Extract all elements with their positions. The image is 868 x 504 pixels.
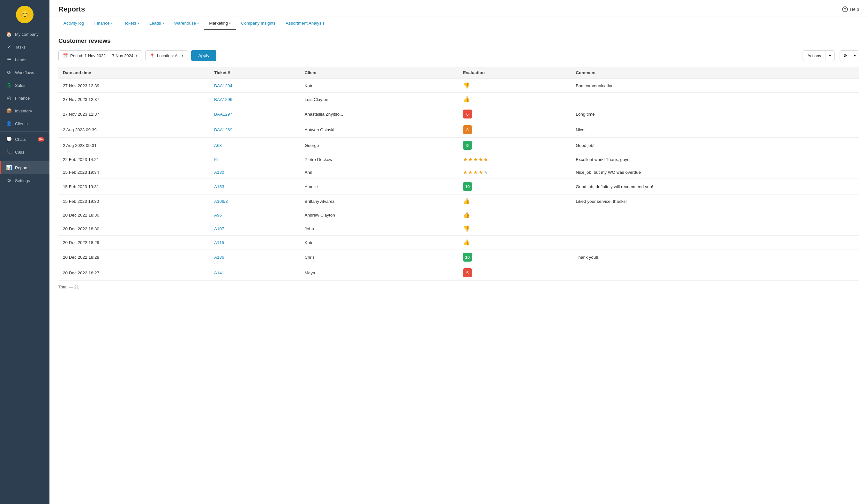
sidebar-item-settings[interactable]: ⚙ Settings	[0, 174, 50, 187]
cell-ticket[interactable]: BAA1269	[210, 122, 300, 138]
tab-warehouse[interactable]: Warehouse ▾	[169, 17, 204, 30]
sidebar-item-my-company[interactable]: 🏠 My company	[0, 28, 50, 41]
chevron-down-icon: ▾	[163, 21, 164, 25]
chevron-down-icon: ▾	[182, 54, 184, 58]
ticket-link[interactable]: BAA1294	[214, 83, 232, 88]
thumbs-up-icon: 👍	[463, 212, 470, 218]
star-rating: ★★★★★	[463, 157, 567, 163]
table-row: 15 Feb 2023 19:31A153Amelie10Good job, d…	[59, 179, 859, 194]
cell-ticket[interactable]: A153	[210, 179, 300, 194]
sidebar-nav: 🏠 My company ✔ Tasks ☰ Leads ⟳ Workflows…	[0, 28, 50, 504]
ticket-link[interactable]: I6	[214, 157, 218, 162]
col-datetime: Date and time	[59, 67, 210, 79]
tab-label: Activity log	[63, 21, 84, 26]
cell-ticket[interactable]: A141	[210, 265, 300, 281]
table-row: 20 Dec 2022 18:28A136Chris10Thank you!!!	[59, 250, 859, 265]
ticket-link[interactable]: BAA1296	[214, 97, 232, 102]
table-row: 2 Aug 2023 09:39BAA1269Antwan Osinski8Ni…	[59, 122, 859, 138]
cell-evaluation: ★★★★★	[458, 153, 571, 166]
tab-activity-log[interactable]: Activity log	[59, 17, 89, 30]
cell-comment	[571, 222, 859, 236]
cell-datetime: 2 Aug 2023 09:39	[59, 122, 210, 138]
cell-comment: Bad communication	[571, 79, 859, 93]
cell-ticket[interactable]: A96	[210, 208, 300, 222]
tab-label: Finance	[94, 21, 110, 26]
ticket-link[interactable]: A153	[214, 184, 224, 189]
sidebar-item-finance[interactable]: ◎ Finance	[0, 92, 50, 104]
ticket-link[interactable]: A96	[214, 213, 222, 218]
gear-icon[interactable]: ⚙	[840, 51, 851, 61]
actions-label[interactable]: Actions	[803, 51, 826, 61]
eval-score: 5	[463, 268, 472, 277]
cell-evaluation: 8	[458, 122, 571, 138]
sidebar-item-inventory[interactable]: 📦 Inventory	[0, 104, 50, 117]
tasks-icon: ✔	[6, 44, 12, 50]
apply-button[interactable]: Apply	[191, 50, 216, 61]
tab-label: Warehouse	[174, 21, 196, 26]
sidebar-item-workflows[interactable]: ⟳ Workflows	[0, 66, 50, 79]
ticket-link[interactable]: A106/3	[214, 199, 228, 204]
ticket-link[interactable]: A141	[214, 271, 224, 275]
ticket-link[interactable]: A136	[214, 255, 224, 260]
location-icon: 📍	[150, 53, 155, 58]
cell-datetime: 27 Nov 2023 12:37	[59, 107, 210, 122]
sidebar-item-sales[interactable]: 💲 Sales	[0, 79, 50, 92]
tab-marketing[interactable]: Marketing ▾	[204, 17, 236, 30]
sidebar-item-clients[interactable]: 👤 Clients	[0, 117, 50, 130]
tab-finance[interactable]: Finance ▾	[89, 17, 118, 30]
cell-ticket[interactable]: BAA1297	[210, 107, 300, 122]
page-title: Reports	[59, 5, 85, 13]
sidebar-item-leads[interactable]: ☰ Leads	[0, 53, 50, 66]
help-label: Help	[850, 7, 859, 12]
chevron-down-icon: ▾	[137, 21, 139, 25]
sidebar-item-tasks[interactable]: ✔ Tasks	[0, 41, 50, 53]
avatar[interactable]: 😊	[16, 6, 33, 23]
ticket-link[interactable]: A107	[214, 226, 224, 231]
sidebar-item-label: Sales	[15, 83, 25, 88]
gear-chevron-icon[interactable]: ▾	[851, 51, 859, 60]
cell-datetime: 27 Nov 2023 12:39	[59, 79, 210, 93]
actions-button[interactable]: Actions ▾	[803, 50, 835, 61]
cell-ticket[interactable]: A107	[210, 222, 300, 236]
sidebar-item-reports[interactable]: 📊 Reports	[0, 161, 50, 174]
ticket-link[interactable]: BAA1269	[214, 128, 232, 132]
cell-client: Brittany Alvarez	[300, 194, 458, 208]
location-filter[interactable]: 📍 Location: All ▾	[145, 50, 188, 61]
ticket-link[interactable]: A63	[214, 143, 222, 148]
cell-ticket[interactable]: A63	[210, 138, 300, 153]
ticket-link[interactable]: A115	[214, 240, 224, 245]
tab-tickets[interactable]: Tickets ▾	[118, 17, 144, 30]
cell-ticket[interactable]: A130	[210, 166, 300, 179]
tab-leads[interactable]: Leads ▾	[144, 17, 169, 30]
cell-ticket[interactable]: A115	[210, 236, 300, 250]
thumbs-down-icon: 👎	[463, 82, 470, 89]
actions-chevron-icon[interactable]: ▾	[826, 51, 834, 60]
main-area: Reports ? Help Activity log Finance ▾ Ti…	[50, 0, 868, 504]
star-filled-icon: ★	[473, 157, 478, 163]
sidebar-item-label: Leads	[15, 58, 26, 62]
sidebar-item-calls[interactable]: 📞 Calls	[0, 145, 50, 159]
cell-ticket[interactable]: A136	[210, 250, 300, 265]
star-filled-icon: ★	[478, 157, 483, 163]
period-filter[interactable]: 📅 Period: 1 Nov 2022 — 7 Nov 2024 ▾	[59, 50, 142, 61]
tab-company-insights[interactable]: Company Insights	[236, 17, 280, 30]
help-button[interactable]: ? Help	[842, 7, 859, 12]
star-filled-icon: ★	[478, 169, 483, 175]
content-area: Customer reviews 📅 Period: 1 Nov 2022 — …	[50, 30, 868, 504]
reviews-table: Date and time Ticket # Client Evaluation…	[59, 67, 859, 281]
ticket-link[interactable]: A130	[214, 170, 224, 175]
cell-evaluation: 9	[458, 138, 571, 153]
sidebar-divider-2	[0, 160, 50, 160]
cell-ticket[interactable]: I6	[210, 153, 300, 166]
cell-client: Pietro Deckow	[300, 153, 458, 166]
cell-ticket[interactable]: A106/3	[210, 194, 300, 208]
sidebar-item-chats[interactable]: 💬 Chats 9+	[0, 133, 50, 145]
cell-ticket[interactable]: BAA1296	[210, 93, 300, 107]
period-label: Period: 1 Nov 2022 — 7 Nov 2024	[70, 53, 133, 58]
ticket-link[interactable]: BAA1297	[214, 112, 232, 117]
tab-assortment-analysis[interactable]: Assortment Analysis	[281, 17, 330, 30]
cell-ticket[interactable]: BAA1294	[210, 79, 300, 93]
gear-settings-button[interactable]: ⚙ ▾	[840, 50, 859, 61]
star-filled-icon: ★	[468, 169, 473, 175]
cell-comment: Nice!	[571, 122, 859, 138]
